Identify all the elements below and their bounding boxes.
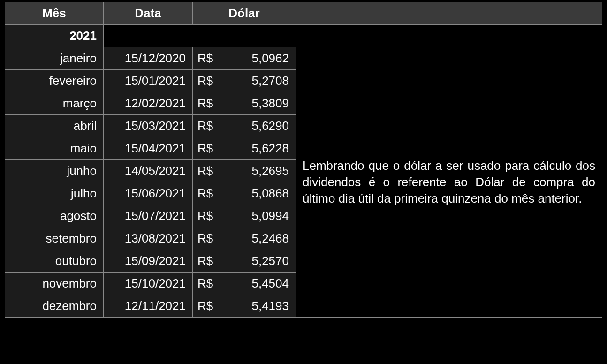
date-cell: 15/10/2021 <box>104 273 193 295</box>
value-cell: 5,0868 <box>221 182 296 205</box>
date-cell: 13/08/2021 <box>104 228 193 250</box>
date-cell: 15/09/2021 <box>104 250 193 273</box>
note-cell: Lembrando que o dólar a ser usado para c… <box>296 47 602 318</box>
currency-symbol-cell: R$ <box>193 228 221 250</box>
month-cell: março <box>5 92 104 115</box>
year-cell: 2021 <box>5 25 104 47</box>
month-cell: janeiro <box>5 47 104 70</box>
value-cell: 5,0962 <box>221 47 296 70</box>
header-month: Mês <box>5 2 104 25</box>
currency-symbol-cell: R$ <box>193 160 221 182</box>
year-row: 2021 <box>5 25 602 47</box>
header-blank <box>296 2 602 25</box>
header-dollar: Dólar <box>193 2 296 25</box>
value-cell: 5,0994 <box>221 205 296 228</box>
currency-symbol-cell: R$ <box>193 295 221 318</box>
header-date: Data <box>104 2 193 25</box>
currency-symbol-cell: R$ <box>193 182 221 205</box>
currency-symbol-cell: R$ <box>193 273 221 295</box>
currency-symbol-cell: R$ <box>193 115 221 137</box>
currency-symbol-cell: R$ <box>193 250 221 273</box>
table-body: 2021janeiro15/12/2020R$5,0962Lembrando q… <box>5 25 602 318</box>
value-cell: 5,6290 <box>221 115 296 137</box>
month-cell: dezembro <box>5 295 104 318</box>
date-cell: 15/03/2021 <box>104 115 193 137</box>
month-cell: outubro <box>5 250 104 273</box>
year-span-cell <box>104 25 602 47</box>
date-cell: 15/07/2021 <box>104 205 193 228</box>
dollar-rate-table: Mês Data Dólar 2021janeiro15/12/2020R$5,… <box>5 2 602 318</box>
currency-symbol-cell: R$ <box>193 70 221 92</box>
value-cell: 5,2695 <box>221 160 296 182</box>
currency-symbol-cell: R$ <box>193 205 221 228</box>
value-cell: 5,2708 <box>221 70 296 92</box>
month-cell: agosto <box>5 205 104 228</box>
value-cell: 5,3809 <box>221 92 296 115</box>
date-cell: 15/06/2021 <box>104 182 193 205</box>
value-cell: 5,6228 <box>221 137 296 160</box>
month-cell: novembro <box>5 273 104 295</box>
month-cell: maio <box>5 137 104 160</box>
date-cell: 15/04/2021 <box>104 137 193 160</box>
date-cell: 12/11/2021 <box>104 295 193 318</box>
date-cell: 14/05/2021 <box>104 160 193 182</box>
currency-symbol-cell: R$ <box>193 47 221 70</box>
value-cell: 5,4504 <box>221 273 296 295</box>
month-cell: setembro <box>5 228 104 250</box>
currency-symbol-cell: R$ <box>193 92 221 115</box>
value-cell: 5,2570 <box>221 250 296 273</box>
date-cell: 12/02/2021 <box>104 92 193 115</box>
month-cell: junho <box>5 160 104 182</box>
table-header-row: Mês Data Dólar <box>5 2 602 25</box>
month-cell: julho <box>5 182 104 205</box>
dollar-rate-table-container: Mês Data Dólar 2021janeiro15/12/2020R$5,… <box>0 0 607 319</box>
month-cell: fevereiro <box>5 70 104 92</box>
month-cell: abril <box>5 115 104 137</box>
value-cell: 5,4193 <box>221 295 296 318</box>
date-cell: 15/01/2021 <box>104 70 193 92</box>
date-cell: 15/12/2020 <box>104 47 193 70</box>
table-row: janeiro15/12/2020R$5,0962Lembrando que o… <box>5 47 602 70</box>
currency-symbol-cell: R$ <box>193 137 221 160</box>
value-cell: 5,2468 <box>221 228 296 250</box>
